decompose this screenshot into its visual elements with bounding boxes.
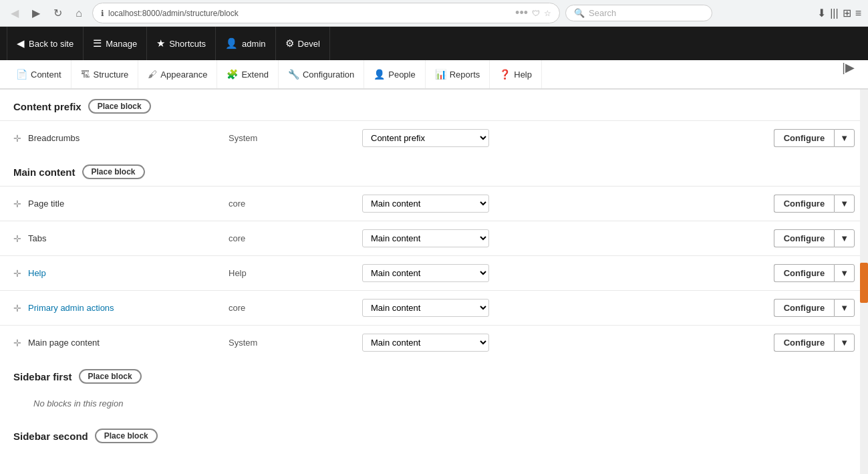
search-bar[interactable]: 🔍 Search	[565, 5, 712, 21]
place-block-sidebar-first-button[interactable]: Place block	[79, 369, 142, 384]
manage-label: Manage	[106, 39, 137, 49]
shield-icon: 🛡	[532, 9, 540, 18]
region-select-main-page[interactable]: Content prefix Main content Sidebar firs…	[362, 334, 489, 352]
search-placeholder: Search	[589, 8, 616, 18]
drag-handle-main-page[interactable]: ✛	[13, 338, 21, 348]
nav-collapse-button[interactable]: |▶	[835, 60, 861, 75]
block-name-primary-admin[interactable]: Primary admin actions	[28, 303, 229, 313]
block-region-primary-admin: Content prefix Main content Sidebar firs…	[362, 299, 509, 317]
address-bar[interactable]: ℹ localhost:8000/admin/structure/block •…	[92, 3, 560, 23]
section-sidebar-second: Sidebar second Place block	[0, 419, 868, 450]
back-button[interactable]: ◀	[7, 5, 23, 21]
configure-page-title-dropdown[interactable]: ▼	[834, 195, 855, 213]
forward-button[interactable]: ▶	[28, 5, 44, 21]
people-icon: 👤	[374, 69, 385, 80]
block-region-breadcrumbs: Content prefix Main content Sidebar firs…	[362, 129, 509, 147]
section-sidebar-first-title: Sidebar first	[13, 371, 72, 382]
help-icon: ❓	[499, 69, 511, 80]
drag-handle-tabs[interactable]: ✛	[13, 233, 21, 244]
admin-label: admin	[242, 39, 265, 49]
place-block-sidebar-second-button[interactable]: Place block	[95, 429, 158, 443]
nav-content[interactable]: 📄 Content	[7, 60, 71, 88]
configure-main-page-button[interactable]: Configure	[774, 334, 834, 352]
table-row: ✛ Primary admin actions core Content pre…	[0, 290, 868, 325]
block-machine-main-page: System	[229, 338, 362, 348]
extend-icon: 🧩	[227, 69, 238, 80]
shortcuts-link[interactable]: ★ Shortcuts	[147, 27, 216, 60]
section-main-content-title: Main content	[13, 166, 76, 178]
home-button[interactable]: ⌂	[71, 5, 87, 21]
block-region-tabs: Content prefix Main content Sidebar firs…	[362, 229, 509, 247]
block-region-page-title: Content prefix Main content Sidebar firs…	[362, 195, 509, 213]
nav-configuration-label: Configuration	[303, 70, 354, 80]
back-arrow-icon: ◀	[17, 37, 25, 49]
configure-primary-admin-button[interactable]: Configure	[774, 299, 834, 317]
configure-breadcrumbs-button[interactable]: Configure	[774, 129, 834, 147]
configure-page-title-button[interactable]: Configure	[774, 195, 834, 213]
block-region-help: Content prefix Main content Sidebar firs…	[362, 264, 509, 282]
block-machine-breadcrumbs: System	[229, 133, 362, 143]
block-name-tabs: Tabs	[28, 233, 229, 243]
nav-help[interactable]: ❓ Help	[490, 60, 542, 88]
drag-handle-help[interactable]: ✛	[13, 268, 21, 279]
admin-icon: 👤	[225, 37, 238, 49]
configure-primary-admin-dropdown[interactable]: ▼	[834, 299, 855, 317]
block-actions-page-title: Configure ▼	[509, 195, 855, 213]
menu-button[interactable]: ≡	[855, 7, 861, 19]
scrollbar-track	[860, 90, 868, 474]
appearance-icon: 🖌	[148, 69, 157, 80]
configure-tabs-button[interactable]: Configure	[774, 229, 834, 247]
configure-breadcrumbs-dropdown[interactable]: ▼	[834, 129, 855, 147]
devel-label: Devel	[298, 39, 320, 49]
back-to-site-label: Back to site	[29, 39, 74, 49]
region-select-breadcrumbs[interactable]: Content prefix Main content Sidebar firs…	[362, 129, 489, 147]
place-block-main-content-button[interactable]: Place block	[82, 164, 145, 179]
region-select-help[interactable]: Content prefix Main content Sidebar firs…	[362, 264, 489, 282]
nav-people-label: People	[388, 70, 415, 80]
block-actions-help: Configure ▼	[509, 264, 855, 282]
region-select-primary-admin[interactable]: Content prefix Main content Sidebar firs…	[362, 299, 489, 317]
block-name-help[interactable]: Help	[28, 268, 229, 278]
nav-appearance-label: Appearance	[160, 70, 207, 80]
nav-extend-label: Extend	[241, 70, 268, 80]
admin-link[interactable]: 👤 admin	[216, 27, 275, 60]
block-name-breadcrumbs: Breadcrumbs	[28, 133, 229, 143]
block-actions-primary-admin: Configure ▼	[509, 299, 855, 317]
nav-right: |▶	[835, 60, 861, 88]
region-select-page-title[interactable]: Content prefix Main content Sidebar firs…	[362, 195, 489, 213]
drag-handle-breadcrumbs[interactable]: ✛	[13, 133, 21, 144]
devel-link[interactable]: ⚙ Devel	[276, 27, 330, 60]
nav-extend[interactable]: 🧩 Extend	[217, 60, 278, 88]
download-button[interactable]: ⬇	[817, 7, 826, 19]
configuration-icon: 🔧	[288, 69, 299, 80]
block-actions-main-page: Configure ▼	[509, 334, 855, 352]
section-main-content: Main content Place block	[0, 155, 868, 186]
drag-handle-primary-admin[interactable]: ✛	[13, 303, 21, 314]
region-select-tabs[interactable]: Content prefix Main content Sidebar firs…	[362, 229, 489, 247]
bookmarks-button[interactable]: |||	[830, 7, 838, 19]
nav-help-label: Help	[514, 70, 532, 80]
no-blocks-sidebar-first: No blocks in this region	[0, 390, 868, 419]
grid-button[interactable]: ⊞	[843, 7, 851, 19]
drag-handle-page-title[interactable]: ✛	[13, 199, 21, 209]
nav-people[interactable]: 👤 People	[364, 60, 425, 88]
configure-main-page-dropdown[interactable]: ▼	[834, 334, 855, 352]
nav-configuration[interactable]: 🔧 Configuration	[279, 60, 364, 88]
table-row: ✛ Tabs core Content prefix Main content …	[0, 221, 868, 255]
back-to-site-link[interactable]: ◀ Back to site	[7, 27, 84, 60]
nav-reports[interactable]: 📊 Reports	[426, 60, 490, 88]
nav-appearance[interactable]: 🖌 Appearance	[138, 60, 217, 88]
configure-help-button[interactable]: Configure	[774, 264, 834, 282]
nav-structure[interactable]: 🏗 Structure	[71, 60, 139, 88]
block-machine-help: Help	[229, 268, 362, 278]
configure-help-dropdown[interactable]: ▼	[834, 264, 855, 282]
browser-chrome: ◀ ▶ ↻ ⌂ ℹ localhost:8000/admin/structure…	[0, 0, 868, 27]
place-block-content-prefix-button[interactable]: Place block	[88, 99, 151, 114]
refresh-button[interactable]: ↻	[49, 5, 65, 21]
manage-link[interactable]: ☰ Manage	[84, 27, 147, 60]
configure-tabs-dropdown[interactable]: ▼	[834, 229, 855, 247]
nav-content-label: Content	[31, 70, 61, 80]
nav-structure-label: Structure	[94, 70, 129, 80]
scrollbar-thumb[interactable]	[860, 263, 868, 303]
table-row: ✛ Page title core Content prefix Main co…	[0, 186, 868, 221]
